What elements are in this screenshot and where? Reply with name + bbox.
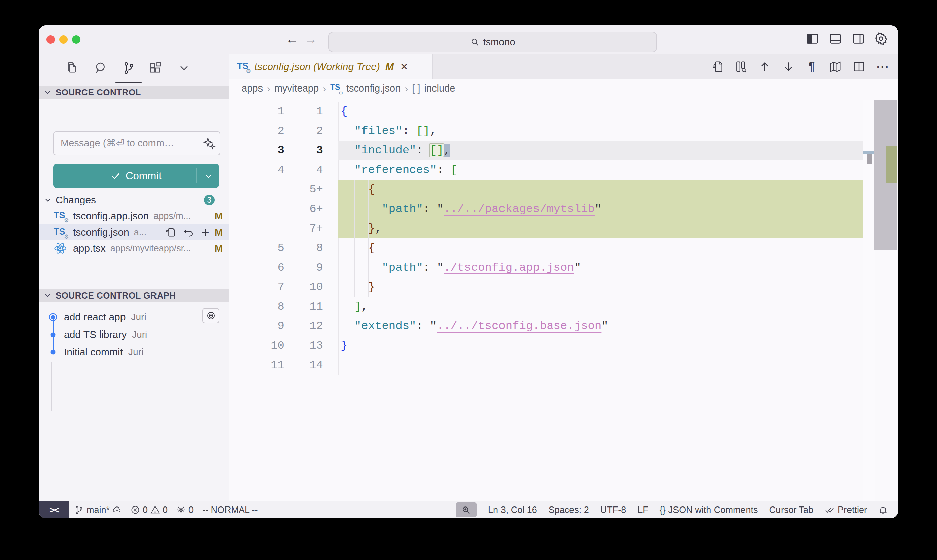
breadcrumb-tsconfig-json[interactable]: tsconfig.json — [346, 83, 400, 94]
problems-indicator[interactable]: 0 0 — [131, 505, 168, 515]
minimize-window-button[interactable] — [59, 35, 68, 44]
remote-indicator[interactable]: >< — [39, 502, 69, 518]
code-line-9[interactable]: 69 "path": "./tsconfig.app.json" — [229, 258, 898, 277]
commit-row-add-react-app[interactable]: add react app Juri — [39, 309, 229, 325]
zoom-window-button[interactable] — [72, 35, 80, 44]
open-file-icon[interactable] — [165, 226, 176, 238]
commit-button[interactable]: Commit — [53, 163, 219, 188]
explorer-icon[interactable] — [63, 58, 82, 77]
breadcrumb-myviteapp[interactable]: myviteapp — [274, 83, 319, 94]
tree-indent-guide — [51, 362, 52, 411]
change-row-tsconfig-json[interactable]: TS⚙ tsconfig.json a... + M — [39, 224, 229, 240]
source-control-view-icon[interactable] — [119, 58, 138, 77]
discard-changes-icon[interactable] — [183, 226, 195, 238]
source-control-section-header[interactable]: SOURCE CONTROL — [39, 86, 229, 98]
sidebar: SOURCE CONTROL Commit Changes 3 — [39, 54, 229, 502]
code-line-3[interactable]: 33 "include": [], — [229, 141, 898, 160]
code-line-14[interactable]: 1114 — [229, 355, 898, 375]
cursor-tab-indicator[interactable]: Cursor Tab — [769, 505, 814, 515]
language-mode-indicator[interactable]: {} JSON with Comments — [660, 505, 758, 515]
overview-ruler-added-decoration — [886, 146, 897, 183]
toggle-primary-sidebar-icon[interactable] — [805, 31, 820, 46]
command-center-text: tsmono — [483, 37, 515, 48]
map-outline-icon[interactable] — [828, 59, 843, 74]
code-line-12[interactable]: 912 "extends": "../../tsconfig.base.json… — [229, 316, 898, 336]
commit-dropdown-chevron-icon[interactable] — [204, 172, 213, 181]
source-control-graph-section-header[interactable]: SOURCE CONTROL GRAPH — [39, 289, 229, 302]
encoding-indicator[interactable]: UTF-8 — [600, 505, 626, 515]
toggle-panel-icon[interactable] — [828, 31, 843, 46]
code-line-4[interactable]: 44 "references": [ — [229, 160, 898, 180]
breadcrumbs: apps › myviteapp › TS⚙ tsconfig.json › [… — [242, 79, 455, 98]
source-control-graph-title: SOURCE CONTROL GRAPH — [55, 291, 176, 301]
tab-modified-badge: M — [385, 61, 394, 72]
check-icon — [111, 171, 121, 181]
code-line-7[interactable]: 7+ }, — [229, 219, 898, 238]
code-line-8[interactable]: 58 { — [229, 238, 898, 258]
array-symbol-icon: [ ] — [412, 83, 420, 94]
close-window-button[interactable] — [46, 35, 55, 44]
code-line-6[interactable]: 6+ "path": "../../packages/mytslib" — [229, 199, 898, 219]
indentation-indicator[interactable]: Spaces: 2 — [549, 505, 589, 515]
navigate-back-button[interactable]: ← — [285, 31, 300, 47]
code-line-13[interactable]: 1013} — [229, 336, 898, 355]
code-line-10[interactable]: 710 } — [229, 277, 898, 297]
desktop: ← → tsmono — [0, 0, 937, 560]
breadcrumb-separator: › — [405, 83, 408, 94]
commit-row-add-ts-library[interactable]: add TS library Juri — [39, 326, 229, 343]
navigate-forward-button[interactable]: → — [303, 31, 318, 47]
tab-bar: TS⚙ tsconfig.json (Working Tree) M × ¶ — [229, 54, 898, 79]
breadcrumb-apps[interactable]: apps — [242, 83, 263, 94]
settings-gear-icon[interactable] — [874, 31, 889, 46]
code-line-1[interactable]: 11{ — [229, 102, 898, 121]
breadcrumb-include[interactable]: include — [424, 83, 455, 94]
zoom-indicator[interactable] — [456, 502, 477, 517]
commit-row-initial-commit[interactable]: Initial commit Juri — [39, 344, 229, 360]
change-row-tsconfig-app-json[interactable]: TS⚙ tsconfig.app.json apps/m... M — [39, 208, 229, 224]
vim-mode-indicator[interactable]: -- NORMAL -- — [202, 505, 258, 515]
next-change-arrow-down-icon[interactable] — [781, 59, 795, 74]
tab-title: tsconfig.json (Working Tree) — [254, 61, 380, 72]
generate-commit-message-sparkle-icon[interactable] — [202, 137, 216, 150]
previous-change-arrow-up-icon[interactable] — [757, 59, 772, 74]
tab-tsconfig-json-working-tree[interactable]: TS⚙ tsconfig.json (Working Tree) M × — [229, 54, 433, 79]
review-diff-icon[interactable] — [734, 59, 749, 74]
target-icon — [206, 311, 216, 321]
split-editor-icon[interactable] — [851, 59, 866, 74]
render-whitespace-pilcrow-icon[interactable]: ¶ — [805, 59, 819, 74]
changes-section-header[interactable]: Changes 3 — [39, 192, 229, 207]
chevron-down-icon — [43, 88, 52, 97]
more-actions-icon[interactable]: ⋯ — [875, 59, 890, 74]
eol-indicator[interactable]: LF — [637, 505, 648, 515]
search-view-icon[interactable] — [92, 58, 111, 77]
toggle-secondary-sidebar-icon[interactable] — [851, 31, 866, 46]
extensions-icon[interactable] — [146, 58, 165, 77]
breadcrumb-separator: › — [323, 83, 326, 94]
code-editor[interactable]: 11{22 "files": [],33 "include": [],44 "r… — [229, 102, 898, 375]
commit-split-divider — [196, 168, 197, 183]
tsconfig-file-icon: TS⚙ — [237, 60, 251, 73]
indent-guide — [354, 180, 355, 297]
source-control-title: SOURCE CONTROL — [55, 87, 141, 98]
notifications-bell-icon[interactable] — [879, 505, 888, 515]
code-line-11[interactable]: 811 ], — [229, 297, 898, 316]
additional-views-chevron-icon[interactable] — [175, 58, 194, 77]
chevron-down-icon — [43, 291, 52, 300]
tsconfig-file-icon: TS⚙ — [54, 226, 68, 239]
command-center-search[interactable]: tsmono — [328, 32, 657, 52]
ports-indicator[interactable]: 0 — [176, 505, 194, 515]
stage-changes-plus-icon[interactable]: + — [201, 226, 209, 238]
code-line-2[interactable]: 22 "files": [], — [229, 121, 898, 141]
open-changes-icon[interactable] — [710, 59, 725, 74]
active-view-indicator — [115, 82, 142, 83]
formatter-indicator[interactable]: Prettier — [825, 505, 867, 515]
change-row-app-tsx[interactable]: app.tsx apps/myviteapp/sr... M — [39, 240, 229, 257]
branch-indicator[interactable]: main* — [74, 505, 122, 515]
status-bar: >< main* 0 0 0 -- NORMAL -- — [39, 501, 898, 518]
tab-close-icon[interactable]: × — [400, 62, 408, 72]
code-line-5[interactable]: 5+ { — [229, 180, 898, 199]
chevron-down-icon — [43, 195, 52, 204]
commit-message-input[interactable] — [60, 133, 196, 153]
goto-current-history-item-button[interactable] — [202, 308, 220, 323]
cursor-position-indicator[interactable]: Ln 3, Col 16 — [488, 505, 537, 515]
